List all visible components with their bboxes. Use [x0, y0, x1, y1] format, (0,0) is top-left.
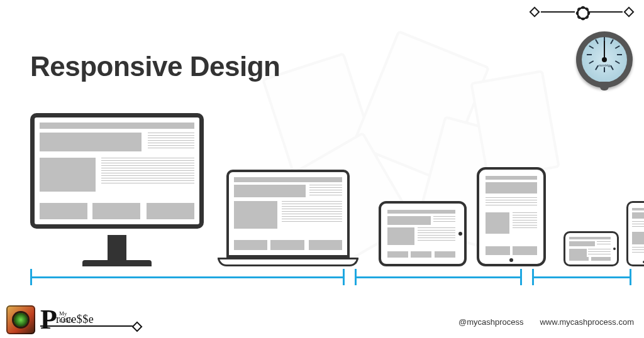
brand-logo: Proce$$e My ca$h — [6, 305, 94, 334]
brand-line2: ca$h — [59, 318, 72, 324]
brand-line1: My — [59, 312, 67, 317]
device-tablet-landscape — [379, 201, 467, 266]
device-lineup — [30, 109, 621, 266]
camera-lens-icon — [6, 305, 35, 334]
diamond-icon — [530, 7, 540, 18]
device-laptop — [218, 167, 358, 266]
gauge-unit-label: mmHg — [599, 63, 610, 67]
ornament-line — [541, 11, 575, 13]
device-phone-landscape — [564, 231, 619, 266]
page-title: Responsive Design — [30, 51, 280, 82]
ornament-line — [589, 11, 623, 13]
brand-url: www.mycashprocess.com — [540, 317, 634, 327]
diamond-icon — [624, 7, 635, 18]
breakpoint-range-tablet — [355, 269, 522, 285]
top-divider-ornament — [528, 8, 635, 16]
pressure-gauge-icon: mmHg — [576, 31, 633, 88]
brand-wordmark: Proce$$e My ca$h — [40, 310, 94, 330]
device-phone-portrait — [626, 201, 644, 266]
knot-icon — [577, 8, 586, 16]
device-desktop — [30, 113, 204, 266]
breakpoint-range-phone — [532, 269, 631, 285]
device-tablet-portrait — [477, 167, 546, 266]
brand-handle: @mycashprocess — [458, 317, 524, 327]
breakpoint-range-desktop-laptop — [30, 269, 345, 285]
